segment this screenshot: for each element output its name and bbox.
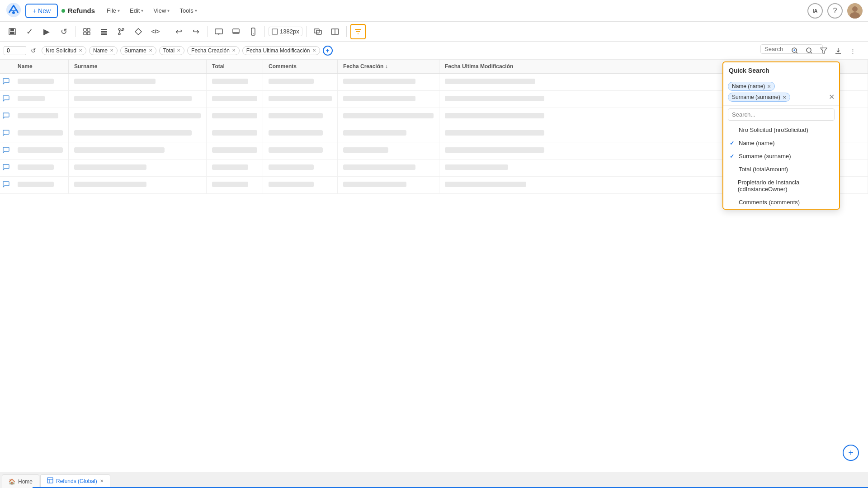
filter-icon[interactable] bbox=[817, 44, 830, 57]
svg-point-15 bbox=[118, 28, 120, 30]
remove-tag-total[interactable]: ✕ bbox=[177, 48, 180, 53]
svg-point-16 bbox=[118, 33, 120, 35]
svg-point-1 bbox=[12, 11, 15, 14]
svg-point-26 bbox=[253, 33, 254, 34]
col-comments[interactable]: Comments bbox=[263, 60, 338, 74]
filter-actions: ⋮ bbox=[788, 44, 859, 57]
qs-item-surname[interactable]: ✓ Surname (surname) bbox=[723, 150, 839, 163]
comment-cell[interactable] bbox=[0, 125, 12, 142]
save-button[interactable] bbox=[5, 24, 20, 39]
qs-list: Nro Solicitud (nroSolicitud) ✓ Name (nam… bbox=[723, 123, 839, 209]
remove-qs-tag-name[interactable]: ✕ bbox=[767, 84, 771, 89]
qs-search-input[interactable] bbox=[728, 108, 835, 121]
qs-item-comments[interactable]: Comments (comments) bbox=[723, 196, 839, 209]
toolbar: ✓ ▶ ↺ </> ↩ ↪ 1382px bbox=[0, 22, 868, 42]
width-input[interactable]: 1382px bbox=[269, 27, 302, 36]
qs-item-total[interactable]: Total (totalAmount) bbox=[723, 163, 839, 176]
table-icon bbox=[47, 477, 53, 485]
tab-refunds-global[interactable]: Refunds (Global) ✕ bbox=[40, 474, 110, 488]
remove-tag-fecha-mod[interactable]: ✕ bbox=[312, 48, 316, 53]
skeleton-cell bbox=[69, 74, 207, 91]
play-button[interactable]: ▶ bbox=[39, 24, 54, 39]
branch-button[interactable] bbox=[113, 24, 129, 39]
comment-cell[interactable] bbox=[0, 108, 12, 125]
remove-qs-tag-surname[interactable]: ✕ bbox=[783, 95, 786, 100]
app-title: Refunds bbox=[61, 7, 95, 14]
comment-cell[interactable] bbox=[0, 160, 12, 177]
component-button[interactable] bbox=[79, 24, 94, 39]
add-filter-button[interactable]: + bbox=[323, 46, 333, 56]
col-fecha-mod[interactable]: Fecha Ultima Modificación bbox=[439, 60, 550, 74]
diamond-button[interactable] bbox=[131, 24, 146, 39]
svg-point-17 bbox=[122, 28, 124, 30]
svg-point-36 bbox=[807, 48, 811, 52]
skeleton-cell bbox=[439, 74, 550, 91]
col-fecha-creacion[interactable]: Fecha Creación ↓ bbox=[338, 60, 439, 74]
skeleton-cell bbox=[12, 177, 69, 194]
col-surname[interactable]: Surname bbox=[69, 60, 207, 74]
qs-item-name[interactable]: ✓ Name (name) bbox=[723, 136, 839, 150]
download-icon[interactable] bbox=[832, 44, 844, 57]
comment-cell[interactable] bbox=[0, 74, 12, 91]
range-input[interactable] bbox=[4, 46, 26, 55]
viewport-monitor-button[interactable] bbox=[228, 24, 244, 39]
svg-rect-20 bbox=[215, 29, 222, 34]
qs-item-nro[interactable]: Nro Solicitud (nroSolicitud) bbox=[723, 123, 839, 136]
remove-tag-nro[interactable]: ✕ bbox=[79, 48, 82, 53]
menu-file[interactable]: File ▾ bbox=[102, 5, 124, 16]
col-name[interactable]: Name bbox=[12, 60, 69, 74]
col-total[interactable]: Total bbox=[207, 60, 263, 74]
code-button[interactable]: </> bbox=[148, 24, 163, 39]
skeleton-cell bbox=[439, 91, 550, 108]
layers-button[interactable] bbox=[96, 24, 112, 39]
avatar[interactable] bbox=[847, 3, 863, 19]
nav-right: IA ? bbox=[807, 3, 863, 19]
viewport-mobile-button[interactable] bbox=[245, 24, 261, 39]
viewport-expand-button[interactable] bbox=[310, 24, 326, 39]
viewport-desktop-button[interactable] bbox=[211, 24, 226, 39]
comment-cell[interactable] bbox=[0, 177, 12, 194]
refresh-filter-button[interactable]: ↺ bbox=[28, 45, 39, 56]
svg-rect-12 bbox=[101, 29, 107, 30]
svg-rect-13 bbox=[101, 31, 107, 33]
skeleton-cell bbox=[263, 108, 338, 125]
ia-badge[interactable]: IA bbox=[807, 3, 823, 19]
menu-view[interactable]: View ▾ bbox=[149, 5, 174, 16]
tab-home[interactable]: 🏠 Home bbox=[2, 474, 39, 488]
svg-rect-10 bbox=[84, 32, 86, 35]
skeleton-cell bbox=[338, 160, 439, 177]
undo-button[interactable]: ↩ bbox=[171, 24, 186, 39]
confirm-button[interactable]: ✓ bbox=[22, 24, 37, 39]
skeleton-cell bbox=[338, 177, 439, 194]
skeleton-cell bbox=[439, 160, 550, 177]
new-button[interactable]: + New bbox=[25, 4, 58, 18]
skeleton-cell bbox=[207, 160, 263, 177]
skeleton-cell bbox=[207, 108, 263, 125]
remove-tag-fecha-creacion[interactable]: ✕ bbox=[232, 48, 236, 53]
comment-cell[interactable] bbox=[0, 91, 12, 108]
viewport-split-button[interactable] bbox=[327, 24, 343, 39]
menu-tools[interactable]: Tools ▾ bbox=[175, 5, 201, 16]
divider-6 bbox=[346, 26, 347, 37]
remove-tag-surname[interactable]: ✕ bbox=[149, 48, 152, 53]
divider-3 bbox=[207, 26, 208, 37]
comment-cell[interactable] bbox=[0, 142, 12, 160]
help-icon[interactable]: ? bbox=[827, 3, 843, 19]
svg-rect-14 bbox=[101, 33, 107, 35]
menu-edit[interactable]: Edit ▾ bbox=[125, 5, 148, 16]
edit-search-icon[interactable] bbox=[788, 44, 801, 57]
more-options-icon[interactable]: ⋮ bbox=[846, 44, 859, 57]
refresh-button[interactable]: ↺ bbox=[56, 24, 71, 39]
close-tab-refunds[interactable]: ✕ bbox=[100, 479, 104, 483]
svg-marker-37 bbox=[821, 48, 827, 53]
filter-columns-button[interactable] bbox=[350, 24, 366, 39]
svg-rect-27 bbox=[272, 29, 278, 34]
search-icon[interactable] bbox=[803, 44, 816, 57]
filter-tag-fecha-mod: Fecha Ultima Modificación ✕ bbox=[242, 46, 320, 55]
remove-tag-name[interactable]: ✕ bbox=[110, 48, 113, 53]
qs-item-propietario[interactable]: Propietario de Instancia (cdInstanceOwne… bbox=[723, 176, 839, 196]
add-record-button[interactable]: + bbox=[843, 445, 859, 461]
close-quick-search[interactable]: ✕ bbox=[829, 93, 835, 101]
skeleton-cell bbox=[338, 91, 439, 108]
redo-button[interactable]: ↪ bbox=[188, 24, 203, 39]
